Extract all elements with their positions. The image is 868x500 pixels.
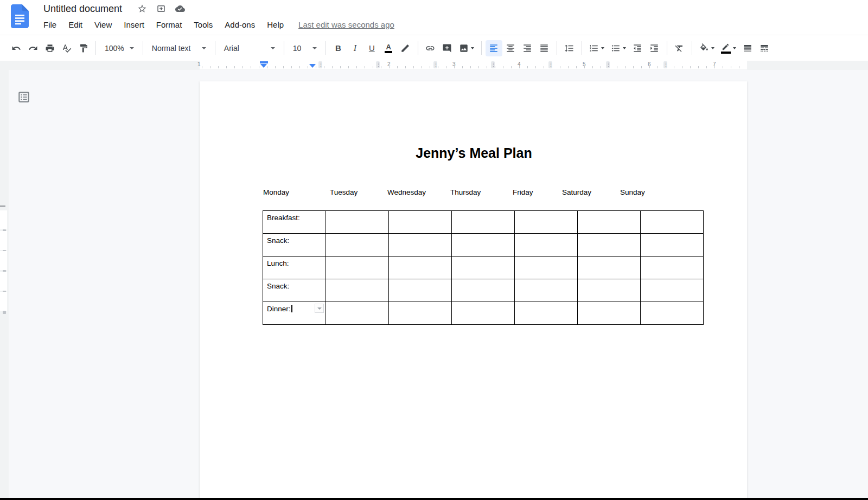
table-column-grip[interactable]: ⋮: [318, 61, 322, 68]
meal-label-cell[interactable]: Lunch:: [263, 257, 326, 279]
last-edit-link[interactable]: Last edit was seconds ago: [298, 20, 394, 29]
meal-cell[interactable]: [515, 302, 578, 325]
meal-label-cell[interactable]: Snack:: [263, 279, 326, 302]
numbered-list-button[interactable]: [586, 40, 608, 56]
meal-cell[interactable]: [326, 211, 389, 234]
meal-cell[interactable]: [578, 279, 641, 302]
table-column-grip[interactable]: ⋮: [663, 61, 667, 68]
menu-item-file[interactable]: File: [37, 19, 62, 30]
clear-formatting-button[interactable]: [671, 40, 688, 56]
meal-cell[interactable]: [641, 279, 704, 302]
meal-cell[interactable]: [452, 234, 515, 257]
docs-logo-icon[interactable]: [11, 4, 29, 28]
undo-button[interactable]: [8, 40, 24, 56]
document-outline-button[interactable]: [17, 90, 31, 104]
cell-dropdown-button[interactable]: [315, 304, 324, 313]
table-border-dash-button[interactable]: [756, 40, 773, 56]
spell-check-button[interactable]: [58, 40, 75, 56]
document-saved-status-button[interactable]: [174, 3, 186, 15]
table-column-grip[interactable]: ⋮: [376, 61, 380, 68]
italic-button[interactable]: I: [347, 40, 363, 56]
meal-cell[interactable]: [641, 257, 704, 279]
menu-item-view[interactable]: View: [88, 19, 118, 30]
star-button[interactable]: [136, 3, 148, 15]
highlight-color-button[interactable]: [397, 40, 414, 56]
meal-cell[interactable]: [515, 257, 578, 279]
paint-format-button[interactable]: [75, 40, 92, 56]
horizontal-ruler[interactable]: 1234567⋮⋮⋮⋮⋮⋮⋮: [0, 61, 868, 70]
insert-image-button[interactable]: [456, 40, 477, 56]
align-left-button[interactable]: [486, 40, 502, 56]
menu-item-tools[interactable]: Tools: [188, 19, 219, 30]
table-column-grip[interactable]: ⋮: [606, 61, 610, 68]
meal-cell[interactable]: [326, 302, 389, 325]
meal-cell[interactable]: [326, 234, 389, 257]
ruler-tick: [413, 66, 414, 68]
meal-cell[interactable]: [452, 302, 515, 325]
document-title[interactable]: Untitled document: [43, 3, 122, 15]
meal-cell[interactable]: [578, 211, 641, 234]
meal-cell[interactable]: [578, 302, 641, 325]
insert-link-button[interactable]: [422, 40, 439, 56]
menu-item-insert[interactable]: Insert: [118, 19, 150, 30]
table-fill-color-button[interactable]: [696, 40, 718, 56]
meal-cell[interactable]: [452, 211, 515, 234]
table-column-grip[interactable]: ⋮: [433, 61, 437, 68]
document-page[interactable]: Jenny’s Meal Plan MondayTuesdayWednesday…: [200, 81, 747, 498]
meal-cell[interactable]: [578, 234, 641, 257]
table-column-grip[interactable]: ⋮: [491, 61, 495, 68]
align-center-button[interactable]: [502, 40, 519, 56]
table-row-grip[interactable]: [3, 311, 6, 314]
table-border-color-button[interactable]: [718, 40, 739, 56]
meal-cell[interactable]: [641, 211, 704, 234]
line-spacing-button[interactable]: [561, 40, 578, 56]
table-border-width-button[interactable]: [739, 40, 756, 56]
ruler-tick: [226, 66, 227, 68]
meal-label-cell[interactable]: Snack:: [263, 234, 326, 257]
toolbar-divider: [143, 41, 143, 55]
bold-button[interactable]: B: [330, 40, 347, 56]
meal-cell[interactable]: [641, 302, 704, 325]
meal-cell[interactable]: [389, 279, 452, 302]
meal-cell[interactable]: [578, 257, 641, 279]
align-right-button[interactable]: [519, 40, 536, 56]
meal-cell[interactable]: [389, 234, 452, 257]
move-folder-button[interactable]: [155, 3, 167, 15]
bulleted-list-button[interactable]: [608, 40, 629, 56]
meal-cell[interactable]: [452, 257, 515, 279]
meal-cell[interactable]: [641, 234, 704, 257]
paragraph-style-select[interactable]: Normal text: [147, 40, 211, 56]
menu-item-format[interactable]: Format: [150, 19, 188, 30]
right-indent-marker[interactable]: [309, 64, 316, 68]
increase-indent-button[interactable]: [646, 40, 663, 56]
add-comment-button[interactable]: [439, 40, 456, 56]
meal-label-cell[interactable]: Dinner:: [263, 302, 326, 325]
meal-cell[interactable]: [389, 211, 452, 234]
meal-label-cell[interactable]: Breakfast:: [263, 211, 326, 234]
redo-button[interactable]: [24, 40, 41, 56]
vertical-ruler[interactable]: [0, 70, 9, 498]
table-column-grip[interactable]: ⋮: [548, 61, 552, 68]
zoom-select[interactable]: 100%: [100, 40, 139, 56]
meal-cell[interactable]: [515, 211, 578, 234]
print-button[interactable]: [41, 40, 58, 56]
underline-button[interactable]: U: [363, 40, 380, 56]
meal-cell[interactable]: [389, 257, 452, 279]
menu-item-addons[interactable]: Add-ons: [219, 19, 261, 30]
meal-cell[interactable]: [326, 279, 389, 302]
meal-cell[interactable]: [452, 279, 515, 302]
meal-cell[interactable]: [389, 302, 452, 325]
font-family-select[interactable]: Arial: [219, 40, 280, 56]
first-line-indent-marker[interactable]: [260, 61, 268, 63]
align-justify-button[interactable]: [536, 40, 553, 56]
menu-item-help[interactable]: Help: [261, 19, 290, 30]
font-size-select[interactable]: 10: [288, 40, 322, 56]
text-color-button[interactable]: A: [380, 40, 397, 56]
meal-cell[interactable]: [326, 257, 389, 279]
menu-item-edit[interactable]: Edit: [62, 19, 88, 30]
meal-cell[interactable]: [515, 279, 578, 302]
toolbar-divider: [667, 41, 667, 55]
decrease-indent-button[interactable]: [629, 40, 646, 56]
left-indent-marker[interactable]: [260, 64, 267, 68]
meal-cell[interactable]: [515, 234, 578, 257]
